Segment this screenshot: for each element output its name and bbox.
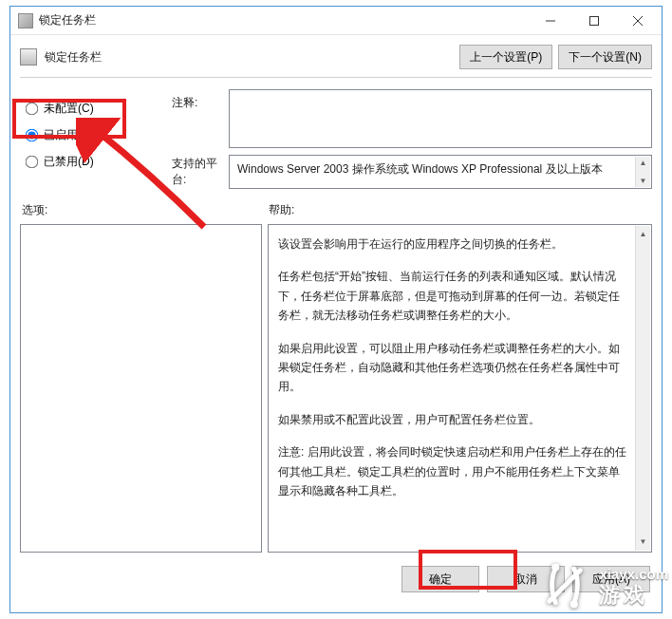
radio-not-configured-label[interactable]: 未配置(C) (44, 101, 94, 117)
app-icon (18, 13, 33, 28)
prev-setting-button[interactable]: 上一个设置(P) (459, 45, 552, 69)
close-button[interactable] (616, 8, 660, 34)
options-panel (20, 224, 262, 553)
radio-disabled[interactable] (26, 155, 39, 168)
apply-button[interactable]: 应用(A) (572, 566, 650, 592)
help-scrollbar[interactable]: ▲▼ (635, 226, 650, 551)
options-label: 选项: (22, 202, 269, 218)
minimize-button[interactable] (529, 8, 572, 34)
help-paragraph: 任务栏包括“开始”按钮、当前运行任务的列表和通知区域。默认情况下，任务栏位于屏幕… (278, 267, 630, 325)
next-setting-button[interactable]: 下一个设置(N) (558, 45, 652, 69)
titlebar: 锁定任务栏 (10, 7, 662, 35)
ok-button[interactable]: 确定 (401, 566, 479, 592)
platform-text: Windows Server 2003 操作系统或 Windows XP Pro… (237, 162, 603, 176)
policy-title: 锁定任务栏 (45, 49, 454, 66)
radio-not-configured[interactable] (26, 102, 39, 115)
separator (20, 77, 652, 78)
help-paragraph: 该设置会影响用于在运行的应用程序之间切换的任务栏。 (278, 234, 630, 253)
comment-label: 注释: (172, 89, 229, 150)
cancel-button[interactable]: 取消 (487, 566, 565, 592)
footer: 确定 取消 应用(A) (10, 560, 662, 602)
help-panel: 该设置会影响用于在运行的应用程序之间切换的任务栏。 任务栏包括“开始”按钮、当前… (268, 224, 652, 553)
radio-enabled[interactable] (26, 128, 39, 141)
radio-disabled-label[interactable]: 已禁用(D) (44, 154, 94, 170)
help-paragraph: 如果启用此设置，可以阻止用户移动任务栏或调整任务栏的大小。如果锁定任务栏，自动隐… (278, 339, 630, 397)
maximize-button[interactable] (572, 8, 616, 34)
toolbar: 锁定任务栏 上一个设置(P) 下一个设置(N) (10, 35, 662, 77)
help-paragraph: 注意: 启用此设置，将会同时锁定快速启动栏和用户任务栏上存在的任何其他工具栏。锁… (278, 442, 630, 500)
radio-enabled-label[interactable]: 已启用(E) (44, 127, 93, 143)
platform-field: Windows Server 2003 操作系统或 Windows XP Pro… (229, 155, 652, 189)
help-paragraph: 如果禁用或不配置此设置，用户可配置任务栏位置。 (278, 410, 630, 429)
upper-section: 未配置(C) 已启用(E) 已禁用(D) 注释: 支持的平台: Windows … (10, 85, 662, 189)
policy-icon (20, 48, 37, 66)
help-label: 帮助: (269, 202, 294, 218)
svg-rect-0 (590, 16, 599, 25)
comment-input[interactable] (229, 89, 652, 148)
dialog-window: 锁定任务栏 锁定任务栏 上一个设置(P) 下一个设置(N) 未配置(C) (9, 6, 663, 613)
platform-label: 支持的平台: (172, 150, 229, 180)
platform-scrollbar[interactable]: ▲▼ (635, 157, 650, 187)
state-radio-group: 未配置(C) 已启用(E) 已禁用(D) (20, 89, 172, 189)
window-title: 锁定任务栏 (39, 12, 529, 28)
